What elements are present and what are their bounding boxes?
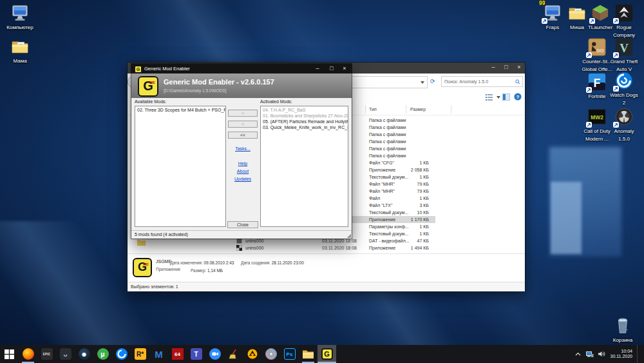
deactivate-all-button[interactable]: << [228,132,258,139]
activated-mod-item[interactable]: 01. Boomsticks and Sharpsticks 27-Nov-20… [261,113,348,119]
preview-pane-icon[interactable] [502,93,510,101]
epic-icon: EPIC [41,348,53,360]
link-help[interactable]: Help [228,161,258,166]
explorer-icon [303,348,314,360]
teams-icon: T [191,348,202,360]
desktop-icon-label: Корзина [603,337,643,343]
desktop: КомпьютерМама99FrapsМишаTLauncherRogueCo… [0,0,644,363]
file-type: Папка с файлами [369,124,406,131]
svg-text:MW2: MW2 [591,114,603,121]
maximize-button[interactable]: □ [326,64,337,74]
shortcut-badge [589,18,595,24]
desktop-icon-label: Компьютер [0,25,40,30]
available-mods-label: Available Mods: [135,99,166,104]
taskbar-utorrent[interactable]: µ [93,345,112,363]
taskbar-zoom[interactable] [205,345,224,363]
link-updates[interactable]: Updates [228,177,258,181]
available-mods-list[interactable]: 02. Three 3D Scopes for M4 Butch + PSO_R… [135,106,226,227]
taskbar-explorer[interactable] [299,345,317,363]
desktop-icon-label: Anomaly [604,128,644,134]
tray-clock[interactable]: 10:04 30.11.2020 [610,349,632,359]
column-header-type[interactable]: Тип [369,107,377,112]
jsgme-icon: G [321,348,333,360]
file-size: 1 КБ [388,230,429,237]
taskbar-malwarebytes[interactable]: M [149,345,168,363]
taskbar-steam[interactable]: ◉ [75,345,93,363]
activated-mod-item[interactable]: 03. Quick_Melee_Knife_work_in_inv_RC_BaS [261,124,348,130]
close-button[interactable]: × [339,64,350,74]
shortcut-badge [542,18,547,24]
maximize-button[interactable]: □ [500,63,512,74]
deactivate-button[interactable]: < [228,121,258,128]
taskbar-start[interactable] [0,345,19,363]
file-size: 3 КБ [388,202,429,209]
file-type: Папка с файлами [369,117,406,124]
table-row[interactable]: unins00003.11.2020 18:08Приложение1 494 … [128,244,525,251]
search-input[interactable]: Поиск: Anomaly 1.5.0 [441,76,523,87]
show-desktop-button[interactable] [637,345,640,363]
taskbar-firefox[interactable] [19,345,37,363]
desktop-icon-label: 2 [604,100,644,106]
modified-value: 09.08.2010 2:43 [204,260,234,265]
daemon-icon [247,348,258,360]
created-value: 28.11.2020 23:00 [272,260,304,265]
resize-grip[interactable] [347,234,351,238]
taskbar-rockstar[interactable]: R* [131,345,149,363]
view-list-icon[interactable] [486,94,495,101]
taskbar-daemon[interactable] [243,345,261,363]
taskbar-epic[interactable]: EPIC [37,345,56,363]
folder-icon [10,37,30,56]
taskbar-afterburner[interactable]: 64 [168,345,187,363]
jsgme-titlebar[interactable]: G Generic Mod Enabler – □ × [131,64,352,74]
desktop-icon-корзина[interactable]: Корзина [603,316,643,343]
taskbar-teams[interactable]: T [187,345,205,363]
shortcut-badge [586,122,592,128]
available-mod-item[interactable]: 02. Three 3D Scopes for M4 Butch + PSO_R… [135,107,225,113]
help-icon[interactable]: ? [514,93,522,101]
activate-button[interactable]: > [228,110,258,117]
jsgme-dialog[interactable]: G Generic Mod Enabler – □ × GME Generic … [131,64,352,239]
desktop-icon-anomaly[interactable]: Anomaly1.5.0 [604,107,644,142]
taskbar: EPICᴗ◉µR*M64TPsG 10:04 30.11.2020 [0,345,644,363]
column-header-size[interactable]: Размер [410,107,426,112]
link-tasks[interactable]: Tasks... [228,146,258,151]
minimize-button[interactable]: – [488,63,499,74]
taskbar-jsgme[interactable]: G [317,345,336,363]
activated-mods-list[interactable]: 04. T.H.A.P_RC_BaS01. Boomsticks and Sha… [260,106,348,227]
taskbar-ubisoft[interactable] [112,345,131,363]
activated-mod-item[interactable]: 05. (AFTER) Particles Remade and HollyWo… [261,119,348,124]
created-label: Дата создания: [241,260,270,265]
tray-chevron-icon[interactable] [575,352,581,356]
taskbar-discord[interactable]: ᴗ [56,345,75,363]
steam-icon: ◉ [79,348,90,360]
size-value: 1,14 МБ [207,268,223,273]
refresh-icon[interactable]: ⟳ [430,79,435,84]
taskbar-photoshop[interactable]: Ps [280,345,299,363]
chevron-down-icon[interactable] [421,81,424,84]
close-button[interactable]: × [513,63,525,74]
file-date: 03.11.2020 18:08 [322,244,357,251]
file-type: Папка с файлами [369,131,406,138]
link-about[interactable]: About [228,169,258,173]
activated-mod-item[interactable]: 04. T.H.A.P_RC_BaS [261,107,348,113]
desktop-icon-мама[interactable]: Мама [0,37,40,64]
desktop-icon-watch-dogs[interactable]: Watch Dogs2 [604,71,644,106]
close-dialog-button[interactable]: Close [227,221,258,228]
desktop-icon-компьютер[interactable]: Компьютер [0,3,40,30]
shortcut-arrow-icon [613,18,619,24]
taskbar-ultraiso[interactable] [261,345,280,363]
nav-folder-icon[interactable] [137,239,146,246]
tray-time: 10:04 [610,349,632,354]
desktop-icon-rogue[interactable]: RogueCompany [604,3,644,38]
desktop-icon-label: Watch Dogs [604,92,644,98]
desktop-icon-grand-theft[interactable]: VGrand TheftAuto V [604,37,644,72]
chevron-down-icon[interactable] [497,96,500,99]
file-type: Папка с файлами [369,138,406,145]
taskbar-ccleaner[interactable] [224,345,243,363]
minimize-button[interactable]: – [312,64,323,74]
rogue-icon [614,3,634,23]
rockstar-icon: R* [135,348,146,360]
file-size: 1 КБ [388,195,429,202]
network-icon[interactable] [585,351,594,358]
volume-icon[interactable] [598,351,605,357]
